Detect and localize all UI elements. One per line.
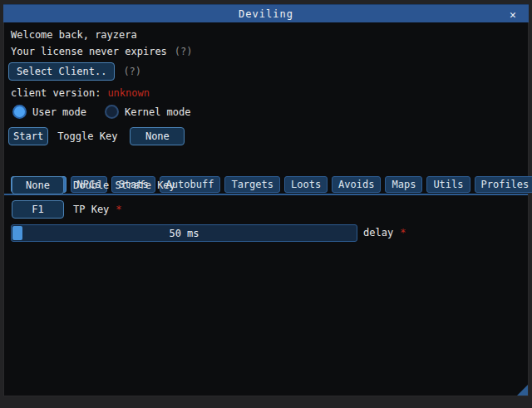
double-strafe-row: None Double Strafe Key bbox=[12, 176, 175, 194]
delay-label-row: delay * bbox=[363, 227, 406, 238]
start-row: Start Toggle Key None bbox=[8, 127, 185, 145]
tp-key-required-mark: * bbox=[116, 204, 121, 215]
welcome-text: Welcome back, rayzera bbox=[11, 29, 137, 41]
double-strafe-label: Double Strafe Key bbox=[73, 179, 175, 191]
resize-grip-icon[interactable] bbox=[517, 385, 528, 396]
license-help-icon[interactable]: (?) bbox=[175, 46, 193, 57]
delay-label: delay bbox=[363, 227, 393, 238]
window-content: Welcome back, rayzera Your license never… bbox=[3, 22, 529, 396]
slider-handle-icon[interactable] bbox=[12, 226, 22, 240]
window-title: Deviling bbox=[239, 8, 293, 20]
mode-row: User mode Kernel mode bbox=[12, 105, 191, 119]
delay-slider-value: 50 ms bbox=[169, 228, 199, 239]
tab-profiles[interactable]: Profiles bbox=[475, 176, 532, 193]
close-icon[interactable]: ✕ bbox=[504, 5, 522, 23]
tab-utils[interactable]: Utils bbox=[426, 176, 470, 193]
tab-targets[interactable]: Targets bbox=[224, 176, 280, 193]
radio-selected-icon[interactable] bbox=[12, 105, 27, 119]
tab-maps[interactable]: Maps bbox=[385, 176, 422, 193]
toggle-key-button[interactable]: None bbox=[130, 127, 185, 145]
client-version-label: client version: bbox=[11, 87, 101, 99]
kernel-mode-radio[interactable]: Kernel mode bbox=[105, 105, 190, 119]
client-version-row: client version: unknown bbox=[11, 87, 150, 99]
select-client-row: Select Client.. (?) bbox=[8, 62, 141, 81]
user-mode-radio[interactable]: User mode bbox=[12, 105, 86, 119]
select-client-button[interactable]: Select Client.. bbox=[8, 62, 115, 81]
select-client-help-icon[interactable]: (?) bbox=[123, 66, 141, 77]
delay-slider[interactable]: 50 ms bbox=[11, 224, 357, 242]
tp-key-button[interactable]: F1 bbox=[12, 200, 64, 219]
double-strafe-key-button[interactable]: None bbox=[12, 176, 64, 194]
start-button[interactable]: Start bbox=[8, 127, 48, 145]
kernel-mode-label: Kernel mode bbox=[125, 106, 190, 118]
radio-unselected-icon[interactable] bbox=[105, 105, 119, 119]
tp-key-row: F1 TP Key * bbox=[12, 200, 122, 219]
tab-avoids[interactable]: Avoids bbox=[332, 176, 381, 193]
titlebar[interactable]: Deviling ✕ bbox=[3, 4, 529, 22]
delay-required-mark: * bbox=[400, 227, 406, 238]
license-row: Your license never expires (?) bbox=[11, 46, 193, 57]
license-text: Your license never expires bbox=[11, 46, 167, 57]
client-version-value: unknown bbox=[107, 87, 150, 99]
toggle-key-label: Toggle Key bbox=[57, 130, 117, 142]
user-mode-label: User mode bbox=[32, 106, 86, 118]
tp-key-label: TP Key bbox=[73, 204, 109, 215]
tab-loots[interactable]: Loots bbox=[284, 176, 328, 193]
